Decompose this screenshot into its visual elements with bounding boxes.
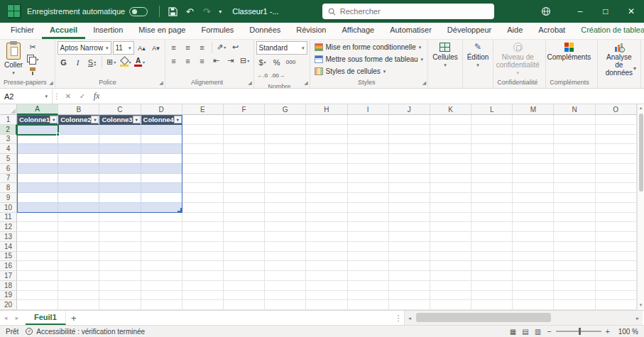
cell-O14[interactable]: [596, 242, 637, 252]
increase-font-button[interactable]: A▴: [136, 42, 148, 54]
tab-developpeur[interactable]: Développeur: [440, 23, 499, 39]
cell-D15[interactable]: [141, 252, 182, 262]
cell-G3[interactable]: [265, 135, 306, 145]
qat-menu-icon[interactable]: ▾: [215, 3, 225, 20]
row-header-17[interactable]: 17: [0, 271, 17, 281]
cell-L15[interactable]: [471, 252, 513, 262]
cell-J11[interactable]: [389, 213, 430, 223]
cell-N4[interactable]: [554, 144, 595, 154]
cell-N1[interactable]: [554, 115, 595, 125]
cell-N2[interactable]: [554, 125, 595, 135]
cell-M6[interactable]: [513, 164, 554, 174]
column-header-J[interactable]: J: [389, 104, 430, 115]
cell-K3[interactable]: [430, 135, 471, 145]
cell-J13[interactable]: [389, 232, 430, 242]
cell-O1[interactable]: [596, 115, 637, 125]
cell-E12[interactable]: [182, 222, 224, 232]
cell-A3[interactable]: [17, 135, 58, 145]
cell-C13[interactable]: [99, 232, 141, 242]
cell-D3[interactable]: [141, 135, 182, 145]
cell-J10[interactable]: [389, 203, 430, 213]
cell-A17[interactable]: [17, 271, 58, 281]
cell-D7[interactable]: [141, 174, 182, 184]
cells-button[interactable]: Cellules ▾: [430, 41, 460, 68]
row-header-9[interactable]: 9: [0, 193, 17, 203]
excel-app-icon[interactable]: [7, 4, 21, 18]
cell-I14[interactable]: [348, 242, 389, 252]
cell-E4[interactable]: [182, 144, 224, 154]
cell-H16[interactable]: [306, 261, 347, 271]
cell-I4[interactable]: [348, 144, 389, 154]
cell-K6[interactable]: [430, 164, 471, 174]
cell-N17[interactable]: [554, 271, 595, 281]
cell-J2[interactable]: [389, 125, 430, 135]
cell-L2[interactable]: [471, 125, 513, 135]
cell-C11[interactable]: [99, 213, 141, 223]
row-header-10[interactable]: 10: [0, 203, 17, 213]
cell-B5[interactable]: [58, 154, 99, 164]
cell-E3[interactable]: [182, 135, 224, 145]
filter-button[interactable]: ▾: [174, 116, 182, 123]
column-header-F[interactable]: F: [224, 104, 265, 115]
cell-F13[interactable]: [224, 232, 265, 242]
name-box[interactable]: A2 ▾: [0, 89, 53, 104]
tab-donnees[interactable]: Données: [241, 23, 288, 39]
cell-L4[interactable]: [471, 144, 513, 154]
tab-fichier[interactable]: Fichier: [3, 23, 42, 39]
font-color-button[interactable]: A▾: [133, 56, 146, 68]
cell-A5[interactable]: [17, 154, 58, 164]
cell-L7[interactable]: [471, 174, 513, 184]
cell-N18[interactable]: [554, 281, 595, 291]
cell-C10[interactable]: [99, 203, 141, 213]
cell-I11[interactable]: [348, 213, 389, 223]
cell-I18[interactable]: [348, 281, 389, 291]
table-header-cell-C1[interactable]: Colonne3▾: [99, 115, 141, 125]
cell-A20[interactable]: [17, 300, 58, 310]
cell-B14[interactable]: [58, 242, 99, 252]
tab-mise-en-page[interactable]: Mise en page: [131, 23, 193, 39]
cell-K5[interactable]: [430, 154, 471, 164]
column-header-A[interactable]: A: [17, 104, 58, 115]
cell-F14[interactable]: [224, 242, 265, 252]
cell-I9[interactable]: [348, 193, 389, 203]
cell-I19[interactable]: [348, 291, 389, 301]
cell-D2[interactable]: [141, 125, 182, 135]
cell-M4[interactable]: [513, 144, 554, 154]
vertical-scroll-thumb[interactable]: [639, 114, 643, 192]
cell-M1[interactable]: [513, 115, 554, 125]
cell-I8[interactable]: [348, 183, 389, 193]
cell-H17[interactable]: [306, 271, 347, 281]
cell-M17[interactable]: [513, 271, 554, 281]
cell-L1[interactable]: [471, 115, 513, 125]
cell-I5[interactable]: [348, 154, 389, 164]
cell-G6[interactable]: [265, 164, 306, 174]
cell-F7[interactable]: [224, 174, 265, 184]
cell-I20[interactable]: [348, 300, 389, 310]
cell-D8[interactable]: [141, 183, 182, 193]
cell-I1[interactable]: [348, 115, 389, 125]
currency-button[interactable]: $▾: [256, 56, 269, 68]
table-header-cell-D1[interactable]: Colonne4▾: [141, 115, 182, 125]
cell-N9[interactable]: [554, 193, 595, 203]
cell-H1[interactable]: [306, 115, 347, 125]
filter-button[interactable]: ▾: [91, 116, 99, 123]
privacy-level-button[interactable]: Niveau de confidentialité ▾: [496, 41, 540, 76]
cell-N8[interactable]: [554, 183, 595, 193]
cell-B15[interactable]: [58, 252, 99, 262]
cell-A4[interactable]: [17, 144, 58, 154]
cell-I16[interactable]: [348, 261, 389, 271]
cell-E20[interactable]: [182, 300, 224, 310]
styles-dialog-launcher[interactable]: ◢: [422, 80, 426, 86]
cell-F9[interactable]: [224, 193, 265, 203]
cell-E16[interactable]: [182, 261, 224, 271]
cell-L20[interactable]: [471, 300, 513, 310]
cell-D13[interactable]: [141, 232, 182, 242]
cell-J17[interactable]: [389, 271, 430, 281]
cell-A8[interactable]: [17, 183, 58, 193]
cell-K7[interactable]: [430, 174, 471, 184]
tab-creation-de-tableau[interactable]: Création de tableau: [573, 23, 644, 39]
merge-center-button[interactable]: ⊟▾: [239, 55, 251, 67]
row-header-20[interactable]: 20: [0, 300, 17, 310]
cell-N14[interactable]: [554, 242, 595, 252]
orientation-button[interactable]: ⇗▾: [215, 41, 228, 53]
